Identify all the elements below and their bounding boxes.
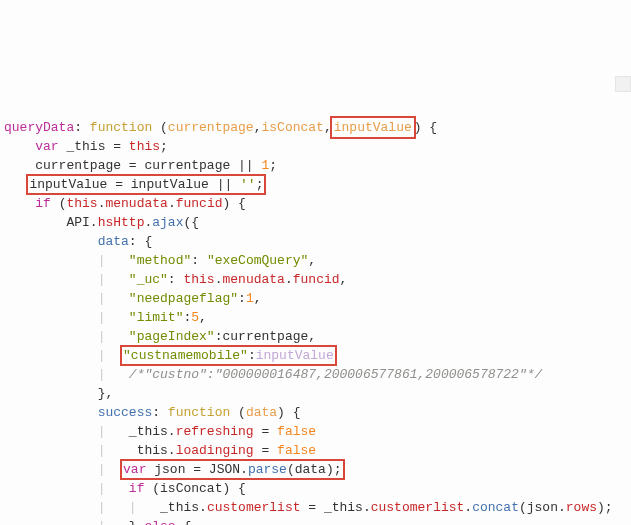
highlight-box-custnamemobile: "custnamemobile":inputValue — [121, 346, 336, 365]
code-block: queryData: function (currentpage,isConca… — [0, 76, 631, 525]
line: | "custnamemobile":inputValue — [4, 348, 336, 363]
line: | if (isConcat) { — [4, 481, 246, 496]
line: inputValue = inputValue || ''; — [4, 177, 265, 192]
highlight-box-param-inputvalue: inputValue — [332, 118, 414, 137]
fn-name: queryData — [4, 120, 74, 135]
line: currentpage = currentpage || 1; — [4, 158, 277, 173]
line: queryData: function (currentpage,isConca… — [4, 120, 437, 135]
line: API.hsHttp.ajax({ — [4, 215, 199, 230]
line: | var json = JSON.parse(data); — [4, 462, 344, 477]
line: | "method": "exeComQuery", — [4, 253, 316, 268]
line: | "pageIndex":currentpage, — [4, 329, 316, 344]
line: | | _this.customerlist = _this.customerl… — [4, 500, 613, 515]
line: | /*"custno":"000000016487,200006577861,… — [4, 367, 542, 382]
line: | "_uc": this.menudata.funcid, — [4, 272, 347, 287]
line: | _this.refreshing = false — [4, 424, 316, 439]
line: }, — [4, 386, 113, 401]
highlight-box-inputvalue-default: inputValue = inputValue || ''; — [27, 175, 265, 194]
highlight-box-json-parse: var json = JSON.parse(data); — [121, 460, 343, 479]
line: var _this = this; — [4, 139, 168, 154]
scrollbar-corner — [615, 76, 631, 92]
line: | "limit":5, — [4, 310, 207, 325]
line: | "needpageflag":1, — [4, 291, 262, 306]
line: if (this.menudata.funcid) { — [4, 196, 246, 211]
line: | } else { — [4, 519, 191, 525]
line: success: function (data) { — [4, 405, 301, 420]
line: | this.loadinging = false — [4, 443, 316, 458]
line: data: { — [4, 234, 152, 249]
